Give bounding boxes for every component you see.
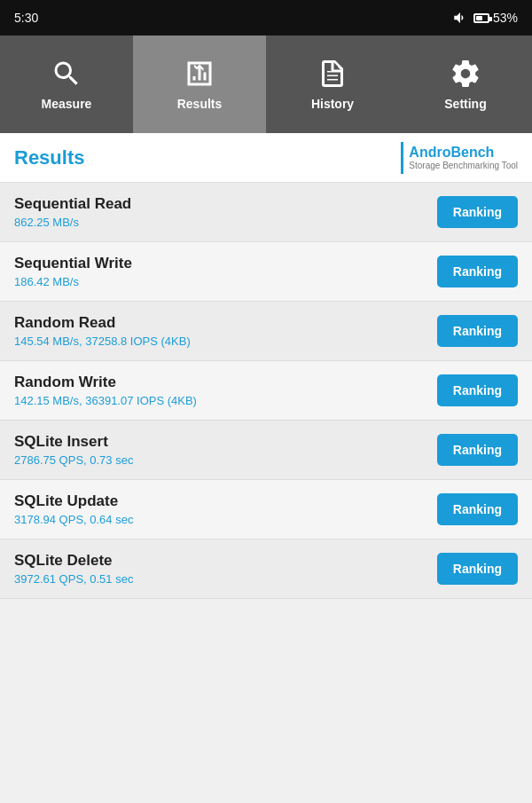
bench-row: Sequential Write186.42 MB/sRanking [0, 242, 532, 302]
bench-info: Random Read145.54 MB/s, 37258.8 IOPS (4K… [14, 314, 191, 348]
bench-name: Random Read [14, 314, 191, 332]
bench-info: Sequential Read862.25 MB/s [14, 195, 131, 229]
nav-item-history[interactable]: History [266, 35, 399, 133]
ranking-button[interactable]: Ranking [437, 315, 518, 347]
nav-bar: Measure Results History Setting [0, 35, 532, 133]
ranking-button[interactable]: Ranking [437, 196, 518, 228]
bench-value: 862.25 MB/s [14, 216, 131, 229]
chart-icon [184, 58, 215, 90]
bench-name: SQLite Update [14, 492, 133, 510]
battery-icon [473, 13, 489, 23]
status-bar: 5:30 53% [0, 0, 532, 35]
results-header: Results AndroBench Storage Benchmarking … [0, 133, 532, 183]
brand-logo: AndroBench Storage Benchmarking Tool [401, 142, 518, 174]
bench-name: SQLite Delete [14, 552, 133, 570]
status-time: 5:30 [14, 11, 38, 25]
nav-label-results: Results [177, 97, 223, 111]
bench-row: SQLite Insert2786.75 QPS, 0.73 secRankin… [0, 421, 532, 480]
volume-icon [452, 10, 468, 26]
nav-item-measure[interactable]: Measure [0, 35, 133, 133]
results-title: Results [14, 146, 84, 169]
brand-sub: Storage Benchmarking Tool [409, 161, 518, 170]
bench-row: Random Read145.54 MB/s, 37258.8 IOPS (4K… [0, 302, 532, 361]
nav-item-setting[interactable]: Setting [399, 35, 532, 133]
bench-info: Sequential Write186.42 MB/s [14, 255, 132, 288]
bench-info: Random Write142.15 MB/s, 36391.07 IOPS (… [14, 374, 197, 407]
search-icon [51, 58, 82, 90]
bench-name: Random Write [14, 374, 197, 391]
bench-value: 3178.94 QPS, 0.64 sec [14, 513, 133, 526]
bench-row: SQLite Update3178.94 QPS, 0.64 secRankin… [0, 480, 532, 539]
bench-name: Sequential Write [14, 255, 132, 272]
brand-text: AndroBench Storage Benchmarking Tool [409, 145, 518, 170]
bench-value: 2786.75 QPS, 0.73 sec [14, 453, 133, 467]
ranking-button[interactable]: Ranking [437, 374, 518, 406]
benchmark-list: Sequential Read862.25 MB/sRankingSequent… [0, 183, 532, 599]
bench-value: 3972.61 QPS, 0.51 sec [14, 572, 133, 586]
ranking-button[interactable]: Ranking [437, 434, 518, 466]
ranking-button[interactable]: Ranking [437, 493, 518, 525]
brand-name: AndroBench [409, 145, 518, 161]
bench-row: SQLite Delete3972.61 QPS, 0.51 secRankin… [0, 539, 532, 599]
nav-item-results[interactable]: Results [133, 35, 266, 133]
ranking-button[interactable]: Ranking [437, 256, 518, 287]
bench-info: SQLite Insert2786.75 QPS, 0.73 sec [14, 433, 133, 467]
bench-info: SQLite Delete3972.61 QPS, 0.51 sec [14, 552, 133, 586]
battery-display: 53% [473, 11, 518, 25]
bench-info: SQLite Update3178.94 QPS, 0.64 sec [14, 492, 133, 526]
status-right: 53% [452, 10, 518, 26]
gear-icon [450, 58, 481, 90]
bench-value: 186.42 MB/s [14, 275, 132, 288]
bench-name: SQLite Insert [14, 433, 133, 451]
bench-value: 142.15 MB/s, 36391.07 IOPS (4KB) [14, 394, 197, 407]
ranking-button[interactable]: Ranking [437, 553, 518, 585]
nav-label-measure: Measure [42, 97, 92, 111]
document-icon [317, 58, 348, 90]
nav-label-setting: Setting [444, 97, 486, 111]
bench-name: Sequential Read [14, 195, 131, 213]
nav-label-history: History [311, 97, 354, 111]
bench-row: Sequential Read862.25 MB/sRanking [0, 183, 532, 242]
bench-value: 145.54 MB/s, 37258.8 IOPS (4KB) [14, 335, 191, 348]
brand-bar [401, 142, 403, 174]
bench-row: Random Write142.15 MB/s, 36391.07 IOPS (… [0, 361, 532, 421]
